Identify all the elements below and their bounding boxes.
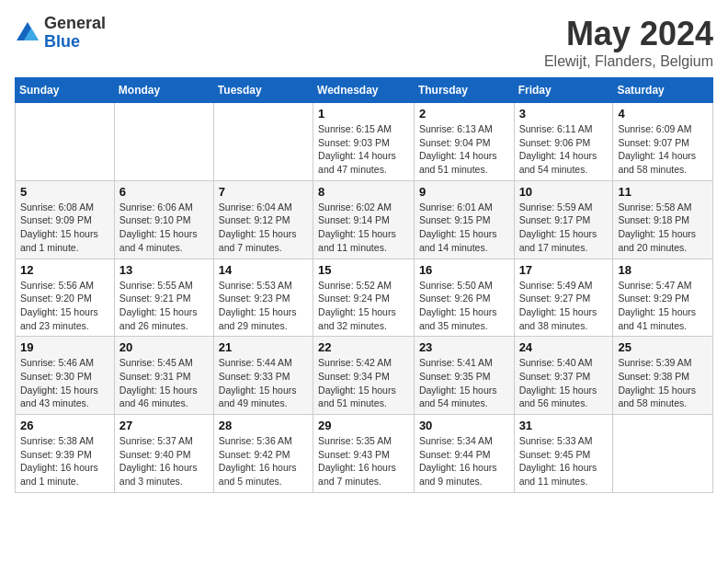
day-number: 16: [419, 263, 509, 277]
day-info: Sunrise: 5:39 AMSunset: 9:38 PMDaylight:…: [618, 356, 708, 410]
day-info: Sunrise: 5:58 AMSunset: 9:18 PMDaylight:…: [618, 201, 708, 255]
weekday-header: Monday: [114, 78, 213, 103]
day-number: 1: [318, 107, 409, 121]
day-info: Sunrise: 6:15 AMSunset: 9:03 PMDaylight:…: [318, 122, 409, 177]
calendar-cell: 18Sunrise: 5:47 AMSunset: 9:29 PMDayligh…: [613, 259, 713, 337]
calendar-cell: 2Sunrise: 6:13 AMSunset: 9:04 PMDaylight…: [414, 103, 514, 181]
logo: General Blue: [15, 15, 106, 52]
day-info: Sunrise: 5:52 AMSunset: 9:24 PMDaylight:…: [318, 279, 409, 333]
calendar-cell: 1Sunrise: 6:15 AMSunset: 9:03 PMDaylight…: [313, 103, 415, 181]
calendar-week-row: 12Sunrise: 5:56 AMSunset: 9:20 PMDayligh…: [16, 259, 713, 337]
day-info: Sunrise: 5:38 AMSunset: 9:39 PMDaylight:…: [20, 434, 109, 488]
day-info: Sunrise: 6:11 AMSunset: 9:06 PMDaylight:…: [519, 122, 609, 177]
calendar-cell: 16Sunrise: 5:50 AMSunset: 9:26 PMDayligh…: [414, 259, 514, 337]
calendar-cell: 8Sunrise: 6:02 AMSunset: 9:14 PMDaylight…: [313, 180, 415, 259]
day-info: Sunrise: 5:37 AMSunset: 9:40 PMDaylight:…: [119, 434, 209, 488]
calendar-cell: 11Sunrise: 5:58 AMSunset: 9:18 PMDayligh…: [613, 180, 713, 259]
day-info: Sunrise: 5:47 AMSunset: 9:29 PMDaylight:…: [618, 279, 708, 333]
day-info: Sunrise: 6:06 AMSunset: 9:10 PMDaylight:…: [119, 201, 209, 255]
calendar-cell: 12Sunrise: 5:56 AMSunset: 9:20 PMDayligh…: [16, 259, 115, 337]
calendar-cell: 27Sunrise: 5:37 AMSunset: 9:40 PMDayligh…: [114, 415, 213, 493]
day-info: Sunrise: 5:44 AMSunset: 9:33 PMDaylight:…: [219, 356, 308, 410]
calendar-cell: 19Sunrise: 5:46 AMSunset: 9:30 PMDayligh…: [16, 337, 115, 415]
calendar-cell: 5Sunrise: 6:08 AMSunset: 9:09 PMDaylight…: [16, 180, 115, 259]
day-number: 30: [419, 419, 509, 432]
calendar-week-row: 19Sunrise: 5:46 AMSunset: 9:30 PMDayligh…: [16, 337, 713, 415]
day-info: Sunrise: 5:41 AMSunset: 9:35 PMDaylight:…: [419, 356, 509, 410]
day-number: 6: [119, 185, 209, 199]
day-info: Sunrise: 5:55 AMSunset: 9:21 PMDaylight:…: [119, 279, 209, 333]
day-info: Sunrise: 6:08 AMSunset: 9:09 PMDaylight:…: [20, 201, 109, 255]
day-info: Sunrise: 6:01 AMSunset: 9:15 PMDaylight:…: [419, 201, 509, 255]
day-number: 14: [219, 263, 308, 277]
day-info: Sunrise: 5:45 AMSunset: 9:31 PMDaylight:…: [119, 356, 209, 410]
calendar-cell: 29Sunrise: 5:35 AMSunset: 9:43 PMDayligh…: [313, 415, 415, 493]
day-number: 26: [20, 419, 109, 432]
calendar-cell: 23Sunrise: 5:41 AMSunset: 9:35 PMDayligh…: [414, 337, 514, 415]
day-number: 8: [318, 185, 409, 199]
day-number: 19: [20, 340, 109, 354]
day-number: 31: [519, 419, 609, 432]
day-info: Sunrise: 5:34 AMSunset: 9:44 PMDaylight:…: [419, 434, 509, 488]
day-info: Sunrise: 6:02 AMSunset: 9:14 PMDaylight:…: [318, 201, 409, 255]
weekday-header: Friday: [514, 78, 613, 103]
day-info: Sunrise: 6:04 AMSunset: 9:12 PMDaylight:…: [219, 201, 308, 255]
day-info: Sunrise: 6:09 AMSunset: 9:07 PMDaylight:…: [618, 122, 708, 177]
day-info: Sunrise: 5:50 AMSunset: 9:26 PMDaylight:…: [419, 279, 509, 333]
weekday-header: Thursday: [414, 78, 514, 103]
day-info: Sunrise: 5:53 AMSunset: 9:23 PMDaylight:…: [219, 279, 308, 333]
day-number: 18: [618, 263, 708, 277]
calendar-cell: 24Sunrise: 5:40 AMSunset: 9:37 PMDayligh…: [514, 337, 613, 415]
day-number: 12: [20, 263, 109, 277]
calendar-cell: 6Sunrise: 6:06 AMSunset: 9:10 PMDaylight…: [114, 180, 213, 259]
calendar-cell: [16, 103, 115, 181]
day-info: Sunrise: 5:59 AMSunset: 9:17 PMDaylight:…: [519, 201, 609, 255]
calendar-cell: 30Sunrise: 5:34 AMSunset: 9:44 PMDayligh…: [414, 415, 514, 493]
calendar-table: SundayMondayTuesdayWednesdayThursdayFrid…: [15, 77, 713, 493]
calendar-cell: 9Sunrise: 6:01 AMSunset: 9:15 PMDaylight…: [414, 180, 514, 259]
page-header: General Blue May 2024 Elewijt, Flanders,…: [15, 15, 713, 70]
day-number: 11: [618, 185, 708, 199]
day-info: Sunrise: 5:56 AMSunset: 9:20 PMDaylight:…: [20, 279, 109, 333]
calendar-cell: 25Sunrise: 5:39 AMSunset: 9:38 PMDayligh…: [613, 337, 713, 415]
day-number: 20: [119, 340, 209, 354]
calendar-cell: [114, 103, 213, 181]
calendar-cell: 15Sunrise: 5:52 AMSunset: 9:24 PMDayligh…: [313, 259, 415, 337]
logo-blue: Blue: [44, 32, 80, 51]
calendar-week-row: 1Sunrise: 6:15 AMSunset: 9:03 PMDaylight…: [16, 103, 713, 181]
day-number: 15: [318, 263, 409, 277]
day-info: Sunrise: 6:13 AMSunset: 9:04 PMDaylight:…: [419, 122, 509, 177]
day-number: 5: [20, 185, 109, 199]
calendar-cell: 31Sunrise: 5:33 AMSunset: 9:45 PMDayligh…: [514, 415, 613, 493]
day-number: 29: [318, 419, 409, 432]
month-title: May 2024: [544, 15, 713, 53]
calendar-week-row: 26Sunrise: 5:38 AMSunset: 9:39 PMDayligh…: [16, 415, 713, 493]
weekday-header: Wednesday: [313, 78, 415, 103]
logo-general: General: [44, 14, 106, 32]
day-number: 28: [219, 419, 308, 432]
day-number: 25: [618, 340, 708, 354]
day-number: 4: [618, 107, 708, 121]
calendar-cell: 7Sunrise: 6:04 AMSunset: 9:12 PMDaylight…: [213, 180, 313, 259]
calendar-cell: 26Sunrise: 5:38 AMSunset: 9:39 PMDayligh…: [16, 415, 115, 493]
location: Elewijt, Flanders, Belgium: [544, 53, 713, 70]
day-number: 17: [519, 263, 609, 277]
day-number: 3: [519, 107, 609, 121]
day-info: Sunrise: 5:49 AMSunset: 9:27 PMDaylight:…: [519, 279, 609, 333]
weekday-header: Tuesday: [213, 78, 313, 103]
weekday-header-row: SundayMondayTuesdayWednesdayThursdayFrid…: [16, 78, 713, 103]
day-number: 21: [219, 340, 308, 354]
day-info: Sunrise: 5:36 AMSunset: 9:42 PMDaylight:…: [219, 434, 308, 488]
title-block: May 2024 Elewijt, Flanders, Belgium: [544, 15, 713, 70]
day-info: Sunrise: 5:33 AMSunset: 9:45 PMDaylight:…: [519, 434, 609, 488]
weekday-header: Sunday: [16, 78, 115, 103]
logo-text: General Blue: [44, 15, 106, 52]
day-number: 24: [519, 340, 609, 354]
calendar-cell: 13Sunrise: 5:55 AMSunset: 9:21 PMDayligh…: [114, 259, 213, 337]
day-number: 9: [419, 185, 509, 199]
calendar-cell: 3Sunrise: 6:11 AMSunset: 9:06 PMDaylight…: [514, 103, 613, 181]
calendar-cell: 22Sunrise: 5:42 AMSunset: 9:34 PMDayligh…: [313, 337, 415, 415]
calendar-cell: [613, 415, 713, 493]
calendar-cell: 10Sunrise: 5:59 AMSunset: 9:17 PMDayligh…: [514, 180, 613, 259]
day-number: 10: [519, 185, 609, 199]
